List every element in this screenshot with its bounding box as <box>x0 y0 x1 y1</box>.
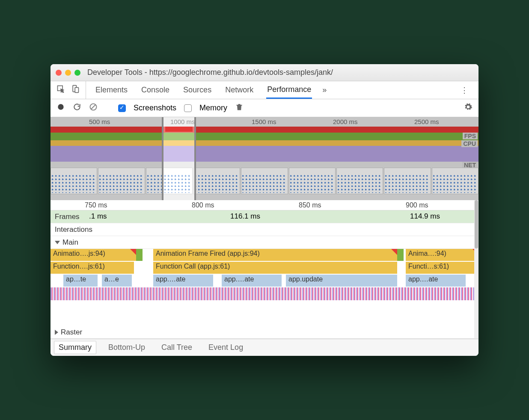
screenshots-checkbox[interactable] <box>118 104 126 112</box>
tab-performance[interactable]: Performance <box>266 81 312 99</box>
close-icon[interactable] <box>56 70 62 76</box>
kebab-menu-icon[interactable]: ⋮ <box>456 84 473 97</box>
main-flame-chart[interactable]: Animatio….js:94)Animation Frame Fired (a… <box>51 249 478 326</box>
flame-block[interactable]: Function Call (app.js:61) <box>153 262 397 274</box>
tab-event-log[interactable]: Event Log <box>204 341 247 354</box>
clear-icon[interactable] <box>89 103 98 113</box>
traffic-lights <box>56 70 80 76</box>
zoom-icon[interactable] <box>74 70 80 76</box>
interactions-track[interactable]: Interactions <box>51 223 478 236</box>
tab-elements[interactable]: Elements <box>95 81 128 99</box>
flame-block[interactable]: Functi…s:61) <box>406 262 478 274</box>
record-icon[interactable] <box>56 103 65 113</box>
reload-icon[interactable] <box>73 103 81 113</box>
flame-block[interactable]: Animation Frame Fired (app.js:94) <box>153 249 397 261</box>
window-title: Developer Tools - https://googlechrome.g… <box>87 68 333 77</box>
perf-toolbar: Screenshots Memory <box>51 99 478 117</box>
flame-block[interactable]: Animatio….js:94) <box>51 249 136 261</box>
flame-block[interactable]: app.…ate <box>153 275 213 287</box>
minimize-icon[interactable] <box>65 70 71 76</box>
detail-ruler: 750 ms 800 ms 850 ms 900 ms <box>51 200 478 210</box>
flame-block[interactable]: Function….js:61) <box>51 262 134 274</box>
flame-chart-pane[interactable]: 750 ms 800 ms 850 ms 900 ms Frames .1 ms… <box>51 200 478 339</box>
main-track-header[interactable]: Main <box>51 236 478 249</box>
trash-icon[interactable] <box>235 103 244 113</box>
screenshots-label: Screenshots <box>134 104 176 112</box>
flame-block[interactable]: a…e <box>102 275 132 287</box>
inspect-icon[interactable] <box>56 85 65 95</box>
flame-block[interactable]: app.update <box>286 275 397 287</box>
tab-network[interactable]: Network <box>224 81 254 99</box>
bottom-tabbar: Summary Bottom-Up Call Tree Event Log <box>51 339 478 356</box>
tab-sources[interactable]: Sources <box>182 81 212 99</box>
overview-pane[interactable]: 500 ms 1000 ms 1500 ms 2000 ms 2500 ms F… <box>51 117 478 200</box>
overview-window[interactable] <box>162 117 196 200</box>
memory-label: Memory <box>199 104 227 112</box>
more-tabs-icon[interactable]: » <box>322 86 327 95</box>
vertical-scrollbar[interactable] <box>474 200 478 339</box>
raster-track-header[interactable]: Raster <box>51 326 478 339</box>
tab-summary[interactable]: Summary <box>54 341 96 354</box>
flame-block[interactable]: app.…ate <box>222 275 282 287</box>
frames-track[interactable]: Frames .1 ms 116.1 ms 114.9 ms <box>51 210 478 223</box>
flame-block[interactable]: ap…te <box>63 275 98 287</box>
flame-block[interactable]: Anima…:94) <box>406 249 478 261</box>
svg-rect-2 <box>75 88 78 93</box>
settings-icon[interactable] <box>464 103 473 113</box>
tab-console[interactable]: Console <box>140 81 170 99</box>
svg-point-3 <box>58 104 63 109</box>
devtools-window: Developer Tools - https://googlechrome.g… <box>51 64 478 356</box>
panel-tabbar: Elements Console Sources Network Perform… <box>51 81 478 99</box>
device-toggle-icon[interactable] <box>71 85 80 95</box>
flame-deep-rows <box>51 287 478 300</box>
memory-checkbox[interactable] <box>184 104 192 112</box>
tab-call-tree[interactable]: Call Tree <box>157 341 196 354</box>
titlebar[interactable]: Developer Tools - https://googlechrome.g… <box>51 64 478 81</box>
tab-bottom-up[interactable]: Bottom-Up <box>104 341 149 354</box>
flame-block[interactable]: app.…ate <box>406 275 466 287</box>
